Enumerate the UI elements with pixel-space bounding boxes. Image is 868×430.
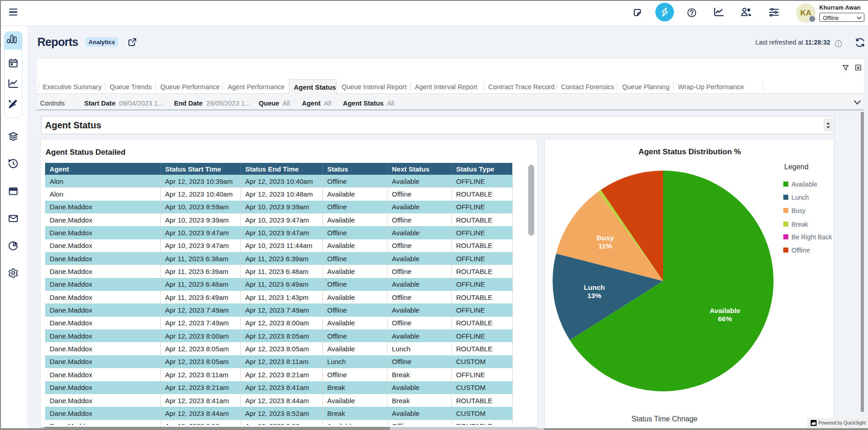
svg-text:66%: 66% [718, 315, 732, 323]
svg-text:11%: 11% [598, 242, 612, 250]
svg-text:13%: 13% [587, 292, 601, 299]
svg-text:Busy: Busy [597, 234, 614, 242]
svg-text:Lunch: Lunch [584, 283, 605, 291]
svg-text:Available: Available [710, 307, 740, 314]
